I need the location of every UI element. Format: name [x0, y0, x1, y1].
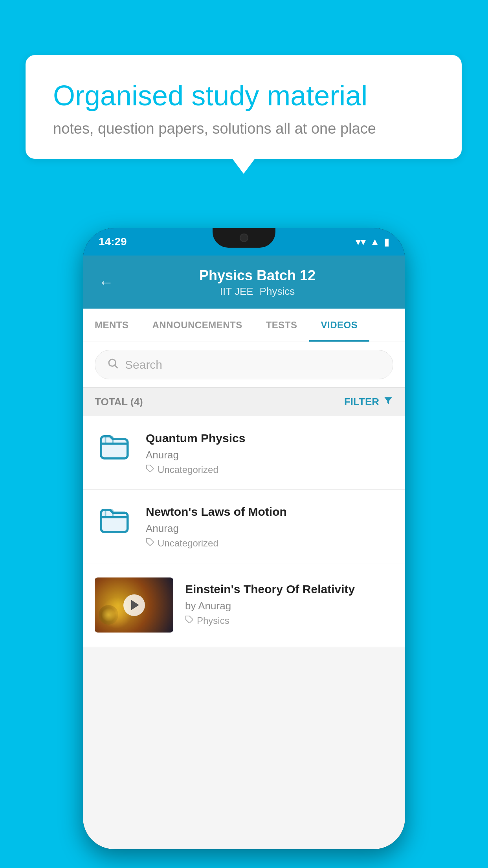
- signal-icon: ▲: [370, 236, 380, 248]
- video-title-2: Newton's Laws of Motion: [146, 504, 393, 519]
- tab-ments[interactable]: MENTS: [83, 309, 141, 342]
- tag-text-1: Uncategorized: [158, 464, 218, 475]
- search-icon: [107, 357, 119, 372]
- tab-videos[interactable]: VIDEOS: [309, 309, 370, 342]
- info-card-title: Organised study material: [53, 79, 434, 112]
- video-thumb-2: [95, 504, 134, 543]
- tab-announcements[interactable]: ANNOUNCEMENTS: [141, 309, 254, 342]
- header-title: Physics Batch 12: [125, 267, 389, 284]
- video-tag-1: Uncategorized: [146, 464, 393, 475]
- phone-notch: [213, 228, 275, 248]
- video-title-1: Quantum Physics: [146, 430, 393, 446]
- play-button[interactable]: [123, 594, 145, 616]
- video-thumbnail-3: [95, 577, 173, 633]
- video-thumb-1: [95, 430, 134, 470]
- tag-text-2: Uncategorized: [158, 538, 218, 549]
- header-title-block: Physics Batch 12 IIT JEE Physics: [125, 267, 389, 298]
- phone-frame: 14:29 ▾▾ ▲ ▮ ← Physics Batch 12 IIT JEE …: [83, 228, 405, 849]
- back-button[interactable]: ←: [99, 274, 114, 291]
- folder-icon-2: [97, 502, 132, 545]
- status-icons: ▾▾ ▲ ▮: [356, 236, 389, 248]
- filter-button[interactable]: FILTER: [344, 395, 393, 408]
- header-physics: Physics: [260, 285, 295, 298]
- video-info-2: Newton's Laws of Motion Anurag Uncategor…: [146, 504, 393, 549]
- phone-camera: [240, 234, 248, 242]
- tab-bar: MENTS ANNOUNCEMENTS TESTS VIDEOS: [83, 309, 405, 342]
- video-title-3: Einstein's Theory Of Relativity: [185, 581, 393, 597]
- header-iit-jee: IIT JEE: [220, 285, 253, 298]
- video-tag-3: Physics: [185, 615, 393, 626]
- header-subtitle: IIT JEE Physics: [125, 285, 389, 298]
- info-card: Organised study material notes, question…: [26, 55, 462, 159]
- video-info-3: Einstein's Theory Of Relativity by Anura…: [185, 577, 393, 626]
- battery-icon: ▮: [384, 236, 389, 248]
- tab-tests[interactable]: TESTS: [254, 309, 309, 342]
- filter-label: FILTER: [344, 396, 379, 408]
- list-item[interactable]: Newton's Laws of Motion Anurag Uncategor…: [83, 490, 405, 563]
- info-card-subtitle: notes, question papers, solutions all at…: [53, 120, 434, 137]
- video-author-1: Anurag: [146, 449, 393, 461]
- tag-icon-1: [146, 464, 154, 475]
- filter-row: TOTAL (4) FILTER: [83, 388, 405, 416]
- video-info-1: Quantum Physics Anurag Uncategorized: [146, 430, 393, 475]
- play-triangle-icon: [131, 600, 139, 610]
- video-author-2: Anurag: [146, 522, 393, 535]
- tag-icon-3: [185, 615, 194, 626]
- search-container: Search: [83, 342, 405, 388]
- svg-point-0: [109, 359, 116, 366]
- search-bar[interactable]: Search: [95, 350, 393, 379]
- folder-icon: [97, 429, 132, 472]
- wifi-icon: ▾▾: [356, 236, 366, 248]
- filter-icon: [383, 395, 393, 408]
- total-count-label: TOTAL (4): [95, 396, 143, 408]
- video-tag-2: Uncategorized: [146, 538, 393, 549]
- app-header: ← Physics Batch 12 IIT JEE Physics: [83, 256, 405, 309]
- status-bar: 14:29 ▾▾ ▲ ▮: [83, 228, 405, 256]
- search-placeholder: Search: [125, 358, 162, 371]
- phone-screen: ← Physics Batch 12 IIT JEE Physics MENTS…: [83, 256, 405, 849]
- video-list: Quantum Physics Anurag Uncategorized: [83, 416, 405, 647]
- svg-line-1: [115, 366, 118, 368]
- list-item[interactable]: Quantum Physics Anurag Uncategorized: [83, 416, 405, 490]
- status-time: 14:29: [99, 235, 127, 248]
- tag-icon-2: [146, 538, 154, 549]
- tag-text-3: Physics: [197, 615, 229, 626]
- video-by-author-3: by Anurag: [185, 600, 393, 612]
- list-item[interactable]: Einstein's Theory Of Relativity by Anura…: [83, 563, 405, 647]
